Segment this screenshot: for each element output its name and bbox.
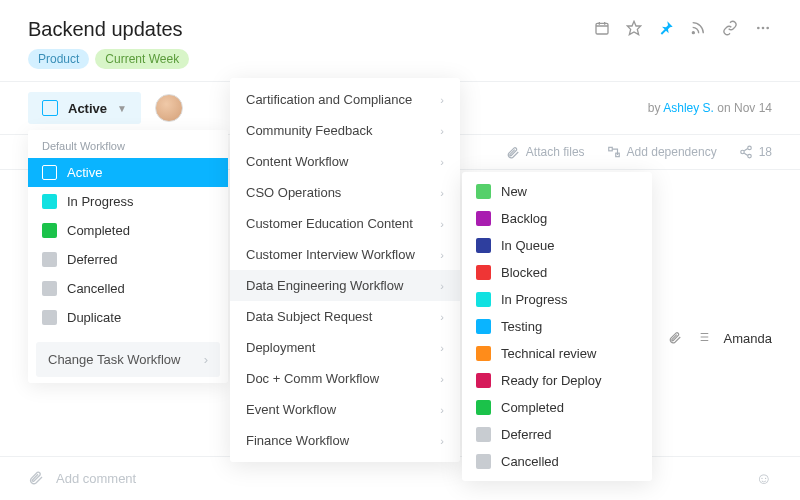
- chevron-right-icon: ›: [440, 94, 444, 106]
- substatus-option[interactable]: Blocked: [462, 259, 652, 286]
- link-icon[interactable]: [722, 20, 738, 39]
- svg-point-2: [692, 32, 694, 34]
- status-option[interactable]: Active: [28, 158, 228, 187]
- tag-product[interactable]: Product: [28, 49, 89, 69]
- status-swatch: [42, 165, 57, 180]
- change-workflow-button[interactable]: Change Task Workflow ›: [36, 342, 220, 377]
- status-swatch: [476, 184, 491, 199]
- substatus-option-label: Deferred: [501, 427, 552, 442]
- attach-files-button[interactable]: Attach files: [506, 145, 585, 159]
- workflow-option-label: Cartification and Compliance: [246, 92, 412, 107]
- avatar[interactable]: [155, 94, 183, 122]
- status-dropdown[interactable]: Active ▼: [28, 92, 141, 124]
- workflow-option[interactable]: Deployment›: [230, 332, 460, 363]
- workflow-option-label: Data Engineering Workflow: [246, 278, 403, 293]
- status-option-label: Completed: [67, 223, 130, 238]
- status-option-label: In Progress: [67, 194, 133, 209]
- status-swatch: [476, 319, 491, 334]
- status-swatch: [476, 400, 491, 415]
- status-swatch: [42, 223, 57, 238]
- status-option-label: Deferred: [67, 252, 118, 267]
- workflow-option[interactable]: Content Workflow›: [230, 146, 460, 177]
- status-swatch: [476, 454, 491, 469]
- substatus-option[interactable]: New: [462, 178, 652, 205]
- workflow-option-label: Finance Workflow: [246, 433, 349, 448]
- substatus-option-label: Technical review: [501, 346, 596, 361]
- workflow-option[interactable]: Community Feedback›: [230, 115, 460, 146]
- status-swatch: [42, 252, 57, 267]
- emoji-icon[interactable]: ☺: [756, 470, 772, 488]
- workflow-option-label: Doc + Comm Workflow: [246, 371, 379, 386]
- substatus-option-label: Backlog: [501, 211, 547, 226]
- workflow-option-label: Customer Interview Workflow: [246, 247, 415, 262]
- substatus-option-label: In Queue: [501, 238, 555, 253]
- chevron-right-icon: ›: [440, 249, 444, 261]
- workflow-option-label: Community Feedback: [246, 123, 372, 138]
- substatus-option[interactable]: Completed: [462, 394, 652, 421]
- substatus-option-label: Cancelled: [501, 454, 559, 469]
- status-swatch: [476, 427, 491, 442]
- status-list-header: Default Workflow: [28, 130, 228, 158]
- more-icon[interactable]: [754, 20, 772, 39]
- attachment-icon[interactable]: [668, 330, 682, 347]
- workflow-option[interactable]: Doc + Comm Workflow›: [230, 363, 460, 394]
- svg-point-10: [747, 154, 751, 158]
- status-checkbox[interactable]: [42, 100, 58, 116]
- workflow-option[interactable]: Data Engineering Workflow›: [230, 270, 460, 301]
- comment-input[interactable]: Add comment: [56, 471, 136, 486]
- chevron-right-icon: ›: [440, 125, 444, 137]
- byline-author[interactable]: Ashley S.: [663, 101, 714, 115]
- star-icon[interactable]: [626, 20, 642, 39]
- substatus-option[interactable]: Cancelled: [462, 448, 652, 475]
- workflow-list-dropdown: Cartification and Compliance›Community F…: [230, 78, 460, 462]
- workflow-option[interactable]: Data Subject Request›: [230, 301, 460, 332]
- svg-point-9: [740, 150, 744, 154]
- attachment-icon[interactable]: [28, 469, 44, 488]
- substatus-option[interactable]: Deferred: [462, 421, 652, 448]
- chevron-right-icon: ›: [204, 352, 208, 367]
- status-option-label: Cancelled: [67, 281, 125, 296]
- status-swatch: [476, 373, 491, 388]
- substatus-option-label: New: [501, 184, 527, 199]
- substatus-option-label: Ready for Deploy: [501, 373, 601, 388]
- svg-point-8: [747, 146, 751, 150]
- chevron-right-icon: ›: [440, 218, 444, 230]
- add-dependency-button[interactable]: Add dependency: [607, 145, 717, 159]
- workflow-option[interactable]: Customer Interview Workflow›: [230, 239, 460, 270]
- status-option[interactable]: Cancelled: [28, 274, 228, 303]
- substatus-option[interactable]: In Progress: [462, 286, 652, 313]
- rss-icon[interactable]: [690, 20, 706, 39]
- assignee-name[interactable]: Amanda: [724, 331, 772, 346]
- chevron-right-icon: ›: [440, 280, 444, 292]
- workflow-option-label: Data Subject Request: [246, 309, 372, 324]
- substatus-option[interactable]: Technical review: [462, 340, 652, 367]
- status-swatch: [42, 281, 57, 296]
- workflow-option[interactable]: CSO Operations›: [230, 177, 460, 208]
- substatus-option[interactable]: Ready for Deploy: [462, 367, 652, 394]
- substatus-option[interactable]: Testing: [462, 313, 652, 340]
- tag-current-week[interactable]: Current Week: [95, 49, 189, 69]
- status-option[interactable]: Completed: [28, 216, 228, 245]
- status-swatch: [476, 265, 491, 280]
- status-option[interactable]: Deferred: [28, 245, 228, 274]
- status-option-label: Duplicate: [67, 310, 121, 325]
- calendar-icon[interactable]: [594, 20, 610, 39]
- status-option[interactable]: In Progress: [28, 187, 228, 216]
- chevron-right-icon: ›: [440, 342, 444, 354]
- header-actions: [594, 20, 772, 39]
- workflow-option-label: Customer Education Content: [246, 216, 413, 231]
- status-option-label: Active: [67, 165, 102, 180]
- status-option[interactable]: Duplicate: [28, 303, 228, 332]
- workflow-option[interactable]: Event Workflow›: [230, 394, 460, 425]
- pin-icon[interactable]: [658, 20, 674, 39]
- substatus-option-label: Completed: [501, 400, 564, 415]
- workflow-option[interactable]: Finance Workflow›: [230, 425, 460, 456]
- workflow-option[interactable]: Cartification and Compliance›: [230, 84, 460, 115]
- workflow-option[interactable]: Customer Education Content›: [230, 208, 460, 239]
- share-count[interactable]: 18: [739, 145, 772, 159]
- substatus-option[interactable]: In Queue: [462, 232, 652, 259]
- list-icon[interactable]: [696, 330, 710, 347]
- substatus-option-label: Blocked: [501, 265, 547, 280]
- chevron-right-icon: ›: [440, 156, 444, 168]
- substatus-option[interactable]: Backlog: [462, 205, 652, 232]
